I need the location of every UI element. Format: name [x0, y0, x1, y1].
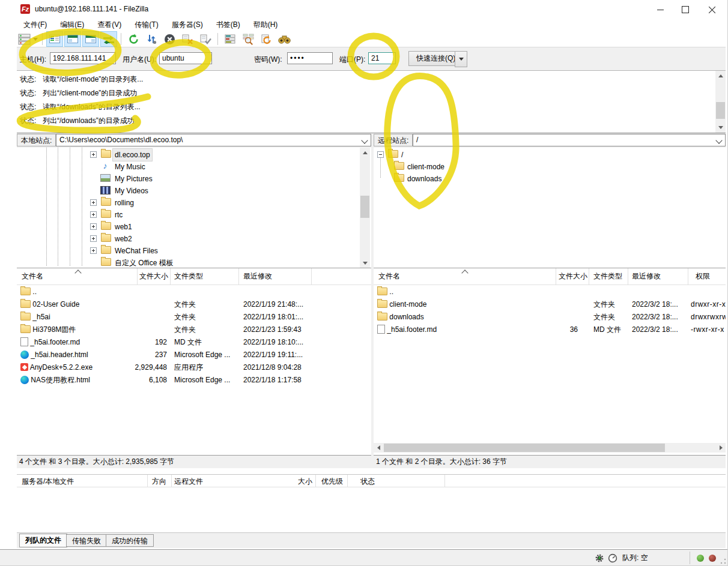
local-site-combo[interactable]: C:\Users\ecoo\Documents\dl.ecoo.top\ [56, 134, 371, 146]
column-modified[interactable]: 最近修改 [243, 268, 272, 285]
tree-item-root[interactable]: / [374, 149, 726, 161]
tree-item-dl-ecoo-top[interactable]: dl.ecoo.top [17, 149, 371, 161]
quickconnect-dropdown[interactable] [455, 51, 467, 67]
menu-transfer[interactable]: 传输(T) [128, 18, 165, 31]
directory-filter-button[interactable] [222, 31, 238, 47]
username-input[interactable] [159, 52, 212, 64]
tree-item-rolling[interactable]: rolling [17, 197, 371, 209]
tree-item-label[interactable]: downloads [407, 173, 441, 185]
tree-item-label[interactable]: My Music [115, 161, 145, 173]
tree-item-label[interactable]: rtc [115, 209, 123, 221]
expand-icon[interactable] [90, 235, 97, 242]
file-row[interactable]: _h5ai.footer.md 36 MD 文件 2022/3/2 18:...… [374, 324, 726, 336]
tree-item-label[interactable]: web1 [115, 221, 132, 233]
password-input[interactable] [287, 52, 333, 64]
tree-item-label[interactable]: My Videos [115, 185, 148, 197]
column-filename[interactable]: 文件名 [22, 268, 43, 285]
tree-item-rtc[interactable]: rtc [17, 209, 371, 221]
expand-icon[interactable] [90, 223, 97, 230]
tree-item-label[interactable]: My Pictures [115, 173, 153, 185]
column-filesize[interactable]: 文件大小 [139, 268, 168, 285]
tree-item-label[interactable]: 自定义 Office 模板 [115, 257, 174, 268]
file-row[interactable]: _h5ai.header.html 237 Microsoft Edge ...… [17, 349, 371, 361]
file-row[interactable]: AnyDesk+5.2.2.exe 2,929,448 应用程序 2021/12… [17, 361, 371, 374]
tab-successful-transfers[interactable]: 成功的传输 [106, 534, 154, 547]
expand-icon[interactable] [90, 211, 97, 218]
tree-item-label[interactable]: / [401, 149, 403, 161]
tree-item-custom-office-templates[interactable]: 自定义 Office 模板 [17, 257, 371, 268]
expand-icon[interactable] [90, 247, 97, 254]
expand-icon[interactable] [90, 151, 97, 158]
chevron-down-icon[interactable] [715, 137, 722, 143]
minimize-button[interactable] [650, 3, 670, 16]
reconnect-button[interactable] [197, 31, 214, 47]
scroll-left-icon[interactable] [374, 443, 383, 453]
tree-item-my-pictures[interactable]: My Pictures [17, 173, 371, 185]
remote-hscroll-thumb[interactable] [384, 444, 665, 452]
resize-grip[interactable] [720, 558, 726, 564]
toggle-log-view-button[interactable] [46, 31, 63, 47]
remote-site-combo[interactable]: / [413, 134, 726, 146]
column-filesize[interactable]: 文件大小 [559, 268, 587, 285]
menu-edit[interactable]: 编辑(E) [53, 18, 91, 31]
tree-item-label[interactable]: web2 [115, 233, 132, 245]
directory-compare-button[interactable] [240, 31, 256, 47]
menu-server[interactable]: 服务器(S) [165, 18, 210, 31]
close-button[interactable] [702, 3, 722, 16]
settings-gear-icon[interactable] [595, 553, 604, 563]
cancel-operation-button[interactable] [161, 31, 178, 47]
column-status[interactable]: 状态 [360, 475, 375, 488]
file-row[interactable]: .. [17, 286, 371, 298]
file-row[interactable]: 02-User Guide 文件夹 2022/1/19 21:48:... [17, 298, 371, 311]
speed-limit-gauge-icon[interactable] [608, 553, 617, 563]
scroll-down-icon[interactable] [360, 258, 370, 268]
find-files-button[interactable] [276, 31, 293, 47]
tree-item-web1[interactable]: web1 [17, 221, 371, 233]
tree-item-client-mode[interactable]: client-mode [374, 161, 726, 173]
toggle-transfer-queue-button[interactable] [100, 31, 117, 47]
menu-help[interactable]: 帮助(H) [247, 18, 285, 31]
tree-item-my-music[interactable]: My Music [17, 161, 371, 173]
tree-item-label[interactable]: rolling [115, 197, 134, 209]
process-queue-button[interactable] [143, 31, 160, 47]
tab-failed-transfers[interactable]: 传输失败 [66, 534, 107, 547]
remote-hscrollbar[interactable] [374, 443, 726, 453]
port-input[interactable] [368, 52, 396, 64]
site-manager-button[interactable] [17, 31, 38, 47]
column-permissions[interactable]: 权限 [696, 268, 710, 285]
column-direction[interactable]: 方向 [152, 475, 166, 488]
tree-item-wechat-files[interactable]: WeChat Files [17, 245, 371, 257]
tree-item-label[interactable]: dl.ecoo.top [113, 149, 152, 161]
menu-bookmarks[interactable]: 书签(B) [210, 18, 247, 31]
synchronized-browsing-button[interactable] [258, 31, 275, 47]
scroll-up-icon[interactable] [715, 71, 726, 81]
menu-file[interactable]: 文件(F) [17, 18, 53, 31]
local-tree-scrollbar[interactable] [360, 148, 370, 268]
tab-queued-files[interactable]: 列队的文件 [19, 534, 67, 547]
host-input[interactable] [50, 52, 116, 64]
tree-item-label[interactable]: client-mode [407, 161, 444, 173]
column-server-local-file[interactable]: 服务器/本地文件 [22, 475, 74, 488]
menu-view[interactable]: 查看(V) [91, 18, 128, 31]
scroll-right-icon[interactable] [716, 443, 726, 453]
column-remote-file[interactable]: 远程文件 [174, 475, 203, 488]
file-row[interactable]: _h5ai.footer.md 192 MD 文件 2022/1/19 18:1… [17, 336, 371, 349]
column-filetype[interactable]: 文件类型 [593, 268, 622, 285]
column-priority[interactable]: 优先级 [321, 475, 343, 488]
file-row[interactable]: NAS使用教程.html 6,108 Microsoft Edge ... 20… [17, 374, 371, 387]
column-filename[interactable]: 文件名 [378, 268, 400, 285]
tree-item-web2[interactable]: web2 [17, 233, 371, 245]
refresh-button[interactable] [125, 31, 142, 47]
tree-item-label[interactable]: WeChat Files [115, 245, 158, 257]
tree-item-downloads[interactable]: downloads [374, 173, 726, 185]
maximize-button[interactable] [675, 3, 696, 16]
expand-icon[interactable] [90, 199, 97, 206]
toggle-local-tree-button[interactable] [64, 31, 81, 47]
disconnect-button[interactable] [179, 31, 196, 47]
toggle-remote-tree-button[interactable] [82, 31, 99, 47]
local-tree-scroll-thumb[interactable] [360, 196, 369, 218]
scroll-up-icon[interactable] [360, 148, 370, 158]
collapse-icon[interactable] [377, 151, 384, 158]
file-row[interactable]: Hi3798M固件 文件夹 2022/1/23 1:59:43 [17, 324, 371, 336]
log-scrollbar[interactable] [715, 71, 726, 133]
